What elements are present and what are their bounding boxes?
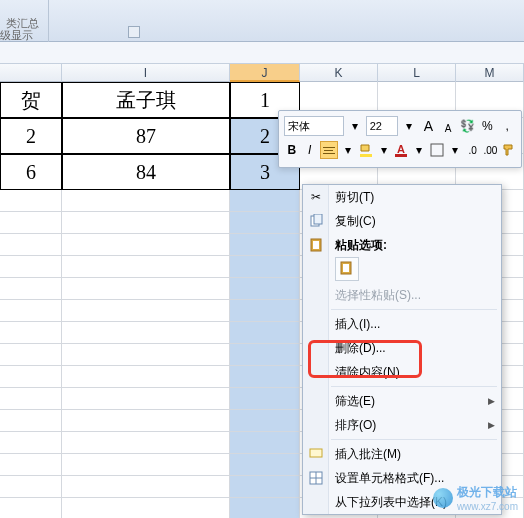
grid-cell[interactable]: [62, 256, 230, 278]
grid-cell[interactable]: [62, 344, 230, 366]
grid-cell[interactable]: 贺: [0, 82, 62, 118]
menu-sort[interactable]: 排序(O) ▶: [303, 413, 501, 437]
font-size-selector[interactable]: [366, 116, 398, 136]
column-header[interactable]: [0, 64, 62, 82]
dropdown-icon[interactable]: ▾: [447, 140, 463, 160]
grid-cell[interactable]: [62, 322, 230, 344]
italic-button[interactable]: I: [302, 140, 318, 160]
grid-cell[interactable]: [62, 498, 230, 518]
comma-format-button[interactable]: ,: [498, 116, 516, 136]
fill-color-button[interactable]: [358, 140, 374, 160]
menu-insert[interactable]: 插入(I)...: [303, 312, 501, 336]
grid-cell[interactable]: [230, 278, 300, 300]
column-header[interactable]: L: [378, 64, 456, 82]
paste-option-button[interactable]: [335, 257, 359, 281]
grid-cell[interactable]: [62, 300, 230, 322]
grid-cell[interactable]: [0, 498, 62, 518]
decrease-decimal-button[interactable]: .0: [465, 140, 481, 160]
grid-cell[interactable]: [230, 498, 300, 518]
grid-cell[interactable]: [0, 322, 62, 344]
column-header[interactable]: J: [230, 64, 300, 82]
grid-cell[interactable]: [0, 278, 62, 300]
grid-cell[interactable]: [62, 234, 230, 256]
grid-cell[interactable]: [62, 190, 230, 212]
grid-cell[interactable]: [0, 432, 62, 454]
grid-cell[interactable]: [230, 366, 300, 388]
watermark-text: 极光下载站: [457, 484, 518, 501]
bold-button[interactable]: B: [284, 140, 300, 160]
grid-cell[interactable]: [0, 410, 62, 432]
grid-cell[interactable]: [62, 388, 230, 410]
grid-cell[interactable]: [230, 388, 300, 410]
grid-cell[interactable]: [230, 344, 300, 366]
menu-paste-special: 选择性粘贴(S)...: [303, 283, 501, 307]
grid-cell[interactable]: 孟子琪: [62, 82, 230, 118]
grid-cell[interactable]: [230, 300, 300, 322]
dropdown-icon[interactable]: ▾: [376, 140, 392, 160]
clipboard-icon: [308, 237, 324, 253]
grid-cell[interactable]: [62, 366, 230, 388]
menu-clear-contents[interactable]: 清除内容(N): [303, 360, 501, 384]
watermark-url: www.xz7.com: [457, 501, 518, 512]
context-menu: ✂ 剪切(T) 复制(C) 粘贴选项: 选择性粘贴(S)... 插入(I)...…: [302, 184, 502, 515]
menu-insert-comment[interactable]: 插入批注(M): [303, 442, 501, 466]
menu-filter[interactable]: 筛选(E) ▶: [303, 389, 501, 413]
increase-decimal-button[interactable]: .00: [482, 140, 498, 160]
format-painter-button[interactable]: [500, 140, 516, 160]
grid-cell[interactable]: [62, 454, 230, 476]
menu-delete[interactable]: 删除(D)...: [303, 336, 501, 360]
grid-cell[interactable]: [0, 234, 62, 256]
column-header[interactable]: M: [456, 64, 524, 82]
grid-cell[interactable]: [230, 432, 300, 454]
svg-rect-9: [343, 264, 349, 272]
accounting-format-button[interactable]: 💱: [459, 116, 477, 136]
grid-cell[interactable]: 84: [62, 154, 230, 190]
dropdown-icon[interactable]: ▾: [411, 140, 427, 160]
grid-cell[interactable]: [62, 432, 230, 454]
menu-copy[interactable]: 复制(C): [303, 209, 501, 233]
grid-cell[interactable]: [0, 300, 62, 322]
grow-font-button[interactable]: A: [419, 116, 437, 136]
column-header[interactable]: K: [300, 64, 378, 82]
grid-cell[interactable]: [230, 234, 300, 256]
grid-cell[interactable]: [0, 366, 62, 388]
grid-cell[interactable]: 6: [0, 154, 62, 190]
grid-cell[interactable]: [62, 278, 230, 300]
grid-cell[interactable]: [230, 476, 300, 498]
grid-cell[interactable]: [0, 212, 62, 234]
percent-format-button[interactable]: %: [479, 116, 497, 136]
grid-cell[interactable]: [230, 256, 300, 278]
scissors-icon: ✂: [308, 189, 324, 205]
column-header[interactable]: I: [62, 64, 230, 82]
menu-cut[interactable]: ✂ 剪切(T): [303, 185, 501, 209]
grid-cell[interactable]: [0, 344, 62, 366]
font-color-button[interactable]: A: [394, 140, 410, 160]
grid-cell[interactable]: 87: [62, 118, 230, 154]
center-align-button[interactable]: [320, 141, 339, 159]
dialog-launcher-icon[interactable]: [128, 26, 140, 38]
grid-cell[interactable]: [230, 322, 300, 344]
grid-cell[interactable]: [230, 190, 300, 212]
dropdown-icon[interactable]: ▾: [340, 140, 356, 160]
borders-button[interactable]: [429, 140, 445, 160]
mini-toolbar: ▾ ▾ A A 💱 % , B I ▾ ▾ A ▾ ▾ .0 .00: [278, 110, 522, 168]
grid-cell[interactable]: [0, 454, 62, 476]
grid-cell[interactable]: [0, 388, 62, 410]
grid-cell[interactable]: [0, 190, 62, 212]
font-name-selector[interactable]: [284, 116, 344, 136]
menu-separator: [331, 439, 497, 440]
shrink-font-button[interactable]: A: [439, 118, 457, 138]
dropdown-icon[interactable]: ▾: [346, 116, 364, 136]
grid-cell[interactable]: [0, 256, 62, 278]
formula-bar[interactable]: [0, 42, 524, 64]
grid-cell[interactable]: [230, 454, 300, 476]
grid-cell[interactable]: 2: [0, 118, 62, 154]
format-cells-icon: [308, 470, 324, 486]
grid-cell[interactable]: [230, 410, 300, 432]
dropdown-icon[interactable]: ▾: [400, 116, 418, 136]
grid-cell[interactable]: [230, 212, 300, 234]
grid-cell[interactable]: [62, 476, 230, 498]
grid-cell[interactable]: [62, 212, 230, 234]
grid-cell[interactable]: [0, 476, 62, 498]
grid-cell[interactable]: [62, 410, 230, 432]
